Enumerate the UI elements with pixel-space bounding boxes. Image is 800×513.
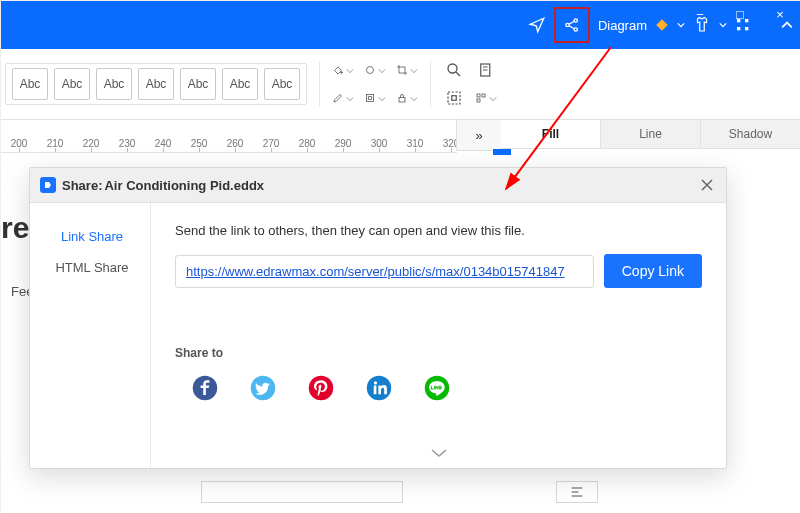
select-all-icon[interactable] xyxy=(443,87,465,109)
window-minimize-button[interactable]: − xyxy=(689,3,711,25)
app-logo-icon xyxy=(40,177,56,193)
share-to-label: Share to xyxy=(175,346,702,360)
share-icon-highlight[interactable] xyxy=(554,7,590,43)
diagram-label: Diagram xyxy=(598,18,647,33)
svg-rect-5 xyxy=(737,27,740,30)
ruler-tick: 320 xyxy=(433,138,457,149)
lock-icon[interactable] xyxy=(396,87,418,109)
twitter-icon[interactable] xyxy=(249,374,277,402)
chevron-down-icon[interactable] xyxy=(430,447,448,462)
window-close-button[interactable]: × xyxy=(769,3,791,25)
text-style-item[interactable]: Abc xyxy=(54,68,90,100)
tab-fill[interactable]: Fill xyxy=(501,119,601,149)
crop-icon[interactable] xyxy=(396,59,418,81)
facebook-icon[interactable] xyxy=(191,374,219,402)
dialog-filename: Air Conditioning Pid.eddx xyxy=(104,178,264,193)
svg-point-2 xyxy=(574,28,577,31)
property-tabs: Fill Line Shadow xyxy=(501,119,800,149)
dialog-nav: Link Share HTML Share xyxy=(30,203,151,468)
tab-line[interactable]: Line xyxy=(601,119,701,149)
ruler-tick: 200 xyxy=(1,138,37,149)
svg-point-8 xyxy=(367,67,374,74)
share-dialog: Share: Air Conditioning Pid.eddx Link Sh… xyxy=(29,167,727,469)
text-style-item[interactable]: Abc xyxy=(12,68,48,100)
svg-point-0 xyxy=(566,23,569,26)
svg-rect-14 xyxy=(452,96,457,101)
ruler-tick: 310 xyxy=(397,138,433,149)
panel-accent xyxy=(493,149,511,155)
ruler-tick: 300 xyxy=(361,138,397,149)
svg-rect-6 xyxy=(745,27,748,30)
ruler-tick: 210 xyxy=(37,138,73,149)
ruler-tick: 260 xyxy=(217,138,253,149)
titlebar: Diagram − □ × xyxy=(1,1,800,49)
page-thumbnail xyxy=(201,481,403,503)
text-style-item[interactable]: Abc xyxy=(96,68,132,100)
ruler-tick: 230 xyxy=(109,138,145,149)
share-hint-text: Send the link to others, then they can o… xyxy=(175,223,702,238)
ruler-tick: 270 xyxy=(253,138,289,149)
svg-point-21 xyxy=(309,376,334,401)
text-style-gallery[interactable]: Abc Abc Abc Abc Abc Abc Abc xyxy=(5,63,307,105)
copy-link-button[interactable]: Copy Link xyxy=(604,254,702,288)
svg-rect-15 xyxy=(477,94,480,97)
expand-panel-button[interactable]: » xyxy=(456,119,501,151)
dialog-title-prefix: Share: xyxy=(62,178,102,193)
chevron-down-icon[interactable] xyxy=(677,21,685,29)
zoom-icon[interactable] xyxy=(443,59,465,81)
window-maximize-button[interactable]: □ xyxy=(729,3,751,25)
svg-rect-16 xyxy=(482,94,485,97)
toolbar: Abc Abc Abc Abc Abc Abc Abc xyxy=(1,49,800,120)
ruler-tick: 240 xyxy=(145,138,181,149)
svg-point-11 xyxy=(448,64,457,73)
svg-point-1 xyxy=(574,19,577,22)
text-style-item[interactable]: Abc xyxy=(138,68,174,100)
arrange-icon[interactable] xyxy=(475,87,497,109)
send-icon[interactable] xyxy=(528,16,546,34)
line-icon[interactable] xyxy=(423,374,451,402)
pencil-icon[interactable] xyxy=(332,87,354,109)
text-style-item[interactable]: Abc xyxy=(222,68,258,100)
pinterest-icon[interactable] xyxy=(307,374,335,402)
svg-point-7 xyxy=(341,72,343,74)
svg-rect-10 xyxy=(399,98,405,103)
svg-rect-9 xyxy=(367,95,374,102)
horizontal-ruler: 200 210 220 230 240 250 260 270 280 290 … xyxy=(1,119,457,153)
canvas-text-fragment: re xyxy=(1,211,29,245)
nav-html-share[interactable]: HTML Share xyxy=(30,252,150,283)
shape-icon[interactable] xyxy=(364,59,386,81)
tab-shadow[interactable]: Shadow xyxy=(701,119,800,149)
page-manager-icon[interactable] xyxy=(475,59,497,81)
effects-icon[interactable] xyxy=(364,87,386,109)
align-icon[interactable] xyxy=(556,481,598,503)
ruler-tick: 290 xyxy=(325,138,361,149)
nav-link-share[interactable]: Link Share xyxy=(30,221,150,252)
ruler-tick: 220 xyxy=(73,138,109,149)
text-style-item[interactable]: Abc xyxy=(180,68,216,100)
separator xyxy=(430,61,431,107)
fill-bucket-icon[interactable] xyxy=(332,59,354,81)
ruler-tick: 250 xyxy=(181,138,217,149)
text-style-item[interactable]: Abc xyxy=(264,68,300,100)
separator xyxy=(319,61,320,107)
dialog-titlebar: Share: Air Conditioning Pid.eddx xyxy=(30,168,726,203)
share-url-field[interactable]: https://www.edrawmax.com/server/public/s… xyxy=(175,255,594,288)
linkedin-icon[interactable] xyxy=(365,374,393,402)
ruler-tick: 280 xyxy=(289,138,325,149)
svg-rect-13 xyxy=(448,92,460,104)
dialog-close-button[interactable] xyxy=(698,176,716,194)
svg-rect-17 xyxy=(477,99,480,102)
diamond-icon[interactable] xyxy=(655,18,669,32)
